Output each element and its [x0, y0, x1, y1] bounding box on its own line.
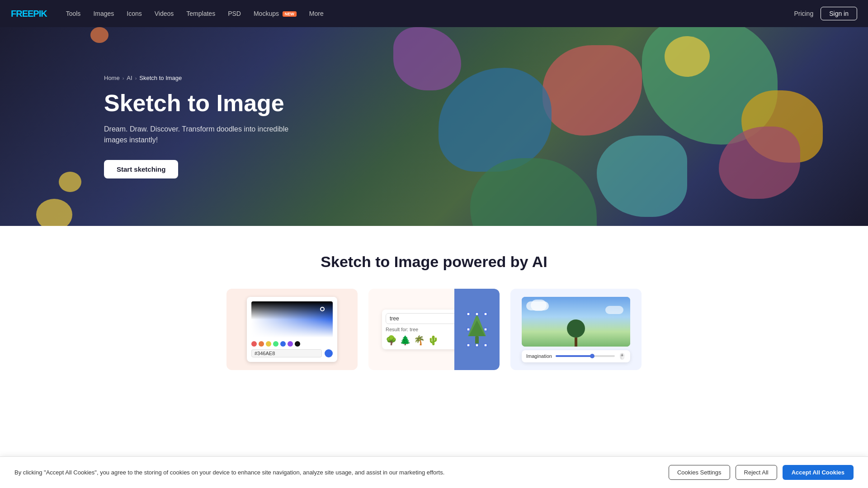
- svg-rect-3: [467, 313, 470, 315]
- swatch-purple[interactable]: [288, 341, 293, 347]
- svg-rect-7: [467, 328, 470, 331]
- imagination-slider[interactable]: Imagination 🖱️: [522, 350, 630, 362]
- svg-rect-4: [484, 313, 487, 315]
- color-hex-value[interactable]: #346AE8: [251, 349, 322, 357]
- cursor-icon: 🖱️: [618, 353, 626, 360]
- search-shape: [454, 289, 500, 370]
- hero-title: Sketch to Image: [104, 90, 298, 116]
- nav-item-mockups[interactable]: Mockups NEW: [249, 7, 301, 20]
- mockups-label: Mockups: [254, 10, 279, 17]
- nav-item-tools[interactable]: Tools: [61, 7, 85, 20]
- section-title: Sketch to Image powered by AI: [0, 253, 868, 271]
- hero-content: Home › AI › Sketch to Image Sketch to Im…: [0, 75, 298, 178]
- tree-icon-1[interactable]: 🌳: [386, 335, 397, 346]
- start-sketching-button[interactable]: Start sketching: [104, 160, 178, 178]
- imagination-image: [522, 297, 630, 347]
- nav-right: Pricing Sign in: [794, 7, 857, 20]
- nav-item-templates[interactable]: Templates: [182, 7, 220, 20]
- svg-rect-8: [484, 328, 487, 331]
- slider-track[interactable]: [556, 355, 615, 357]
- color-hex-row: #346AE8: [251, 349, 333, 357]
- imagination-label: Imagination: [526, 353, 552, 359]
- tree-icon-2[interactable]: 🌲: [400, 335, 411, 346]
- swatch-orange[interactable]: [259, 341, 264, 347]
- breadcrumb: Home › AI › Sketch to Image: [104, 75, 298, 81]
- pricing-link[interactable]: Pricing: [794, 10, 813, 17]
- nav-item-videos[interactable]: Videos: [150, 7, 179, 20]
- swatch-green[interactable]: [273, 341, 278, 347]
- swatch-black[interactable]: [295, 341, 300, 347]
- color-gradient[interactable]: [251, 301, 333, 338]
- nav-item-images[interactable]: Images: [89, 7, 118, 20]
- color-cursor: [320, 307, 325, 311]
- nav-item-icons[interactable]: Icons: [122, 7, 146, 20]
- breadcrumb-ai[interactable]: AI: [127, 75, 132, 81]
- slider-thumb[interactable]: [590, 354, 594, 358]
- logo[interactable]: FREEPIK: [11, 9, 47, 19]
- search-query-label: tree: [390, 315, 399, 322]
- slider-fill: [556, 355, 591, 357]
- signin-button[interactable]: Sign in: [821, 7, 857, 20]
- new-badge: NEW: [283, 11, 297, 17]
- color-picker-inner: #346AE8: [247, 297, 337, 362]
- feature-cards: #346AE8 tree 🔍 Result for: tree 🌳 🌲 🌴 🌵: [163, 289, 705, 370]
- logo-text: FREEPIK: [11, 9, 47, 19]
- search-card: tree 🔍 Result for: tree 🌳 🌲 🌴 🌵: [368, 289, 500, 370]
- swatch-yellow[interactable]: [266, 341, 271, 347]
- color-apply-button[interactable]: [325, 349, 333, 357]
- breadcrumb-current: Sketch to Image: [139, 75, 182, 81]
- imagination-card: Imagination 🖱️: [510, 289, 642, 370]
- tree-icon-4[interactable]: 🌵: [428, 335, 439, 346]
- imagination-inner: Imagination 🖱️: [522, 297, 630, 362]
- svg-rect-10: [476, 344, 478, 347]
- nav-item-psd[interactable]: PSD: [223, 7, 245, 20]
- svg-rect-6: [484, 344, 487, 347]
- hero-section: Home › AI › Sketch to Image Sketch to Im…: [0, 0, 868, 226]
- nav-item-more[interactable]: More: [305, 7, 328, 20]
- color-swatches: [251, 341, 333, 347]
- hero-subtitle: Dream. Draw. Discover. Transform doodles…: [104, 124, 298, 145]
- breadcrumb-sep-2: ›: [135, 75, 137, 81]
- tree-icon-3[interactable]: 🌴: [414, 335, 425, 346]
- svg-rect-9: [476, 313, 478, 315]
- color-picker-card: #346AE8: [226, 289, 358, 370]
- swatch-blue[interactable]: [280, 341, 286, 347]
- breadcrumb-sep-1: ›: [123, 75, 124, 81]
- breadcrumb-home[interactable]: Home: [104, 75, 120, 81]
- navbar: FREEPIK Tools Images Icons Videos Templa…: [0, 0, 868, 27]
- sketch-tree-svg: [463, 311, 491, 347]
- svg-rect-5: [467, 344, 470, 347]
- blob-7: [665, 36, 710, 77]
- swatch-red[interactable]: [251, 341, 257, 347]
- main-content: Sketch to Image powered by AI #346AE: [0, 226, 868, 388]
- blob-10: [90, 27, 108, 43]
- nav-links: Tools Images Icons Videos Templates PSD …: [61, 7, 780, 20]
